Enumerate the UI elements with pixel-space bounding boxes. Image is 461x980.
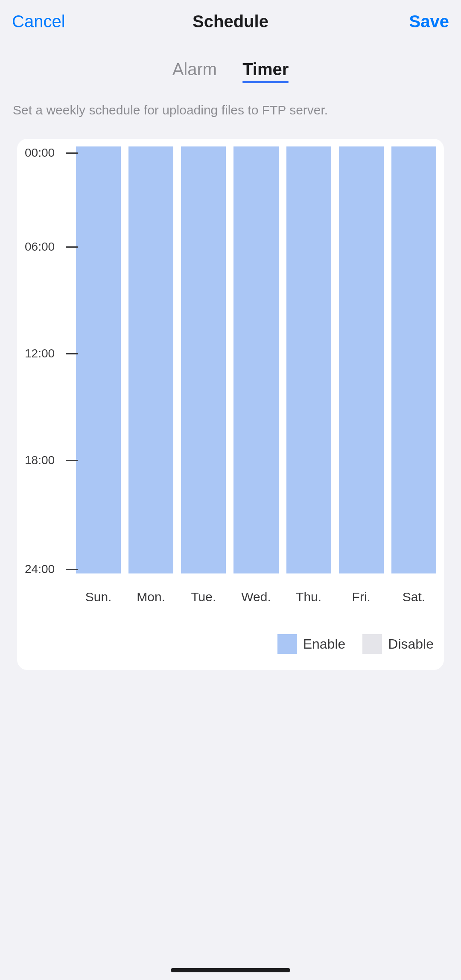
- day-label: Tue.: [181, 590, 226, 604]
- save-button[interactable]: Save: [409, 12, 449, 31]
- tab-timer[interactable]: Timer: [242, 60, 289, 83]
- legend-disable: Disable: [362, 634, 434, 654]
- tick-mark: [66, 569, 78, 570]
- tick-mark: [66, 152, 78, 154]
- schedule-col-sun[interactable]: [76, 146, 121, 573]
- time-tick: 06:00: [25, 240, 78, 254]
- time-label: 06:00: [25, 240, 60, 254]
- legend-disable-label: Disable: [388, 636, 434, 652]
- page-description: Set a weekly schedule for uploading file…: [0, 103, 461, 117]
- schedule-col-thu[interactable]: [286, 146, 331, 573]
- schedule-columns: [76, 146, 436, 573]
- time-tick: 24:00: [25, 562, 78, 576]
- day-label: Mon.: [128, 590, 173, 604]
- schedule-card: 00:00 06:00 12:00 18:00 24:00: [17, 139, 444, 670]
- time-label: 18:00: [25, 453, 60, 467]
- legend-enable: Enable: [277, 634, 346, 654]
- day-label: Sat.: [391, 590, 436, 604]
- schedule-chart: 00:00 06:00 12:00 18:00 24:00: [25, 146, 436, 573]
- tick-mark: [66, 353, 78, 354]
- schedule-col-mon[interactable]: [128, 146, 173, 573]
- legend: Enable Disable: [25, 634, 436, 654]
- time-axis: 00:00 06:00 12:00 18:00 24:00: [25, 146, 76, 573]
- enable-swatch-icon: [277, 634, 297, 654]
- time-label: 00:00: [25, 146, 60, 160]
- nav-header: Cancel Schedule Save: [0, 0, 461, 43]
- schedule-col-wed[interactable]: [233, 146, 278, 573]
- disable-swatch-icon: [362, 634, 382, 654]
- time-tick: 18:00: [25, 453, 78, 467]
- day-axis: Sun. Mon. Tue. Wed. Thu. Fri. Sat.: [76, 590, 436, 604]
- page-title: Schedule: [193, 12, 268, 31]
- day-label: Thu.: [286, 590, 331, 604]
- legend-enable-label: Enable: [303, 636, 346, 652]
- home-indicator[interactable]: [171, 968, 290, 972]
- time-label: 12:00: [25, 347, 60, 360]
- day-label: Fri.: [339, 590, 384, 604]
- tab-bar: Alarm Timer: [0, 60, 461, 83]
- time-tick: 12:00: [25, 347, 78, 360]
- schedule-col-sat[interactable]: [391, 146, 436, 573]
- time-label: 24:00: [25, 562, 60, 576]
- time-tick: 00:00: [25, 146, 78, 160]
- schedule-col-tue[interactable]: [181, 146, 226, 573]
- day-label: Wed.: [233, 590, 278, 604]
- tick-mark: [66, 246, 78, 248]
- tick-mark: [66, 460, 78, 461]
- cancel-button[interactable]: Cancel: [12, 12, 65, 31]
- schedule-col-fri[interactable]: [339, 146, 384, 573]
- day-label: Sun.: [76, 590, 121, 604]
- tab-alarm[interactable]: Alarm: [172, 60, 217, 83]
